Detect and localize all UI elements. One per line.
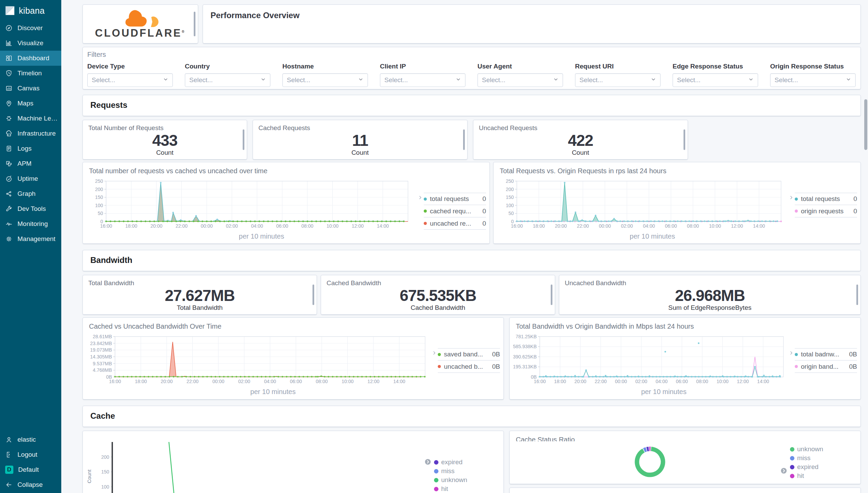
chart-title: Cache Status Ratio: [510, 431, 860, 441]
chart-legend: total requests0origin requests0: [788, 175, 860, 243]
legend-value: 0: [482, 195, 486, 203]
edge-response-status-select[interactable]: Select...: [673, 73, 758, 87]
total-vs-origin-bandwidth-chart[interactable]: 16:0018:0020:0022:0000:0002:0004:0006:00…: [513, 334, 788, 387]
panel-drag-handle[interactable]: [312, 285, 314, 305]
cached-vs-uncached-bandwidth-chart[interactable]: 16:0018:0020:0022:0000:0002:0004:0006:00…: [86, 334, 431, 387]
legend-item-expired[interactable]: expired: [790, 463, 860, 471]
country-select[interactable]: Select...: [185, 73, 270, 87]
panel-drag-handle[interactable]: [194, 12, 195, 36]
legend-item-uncached-b[interactable]: uncached b...0B: [438, 361, 500, 373]
sidebar-item-graph[interactable]: Graph: [0, 186, 61, 201]
x-axis-label: per 10 minutes: [497, 232, 788, 240]
svg-text:00:00: 00:00: [212, 379, 224, 384]
sidebar-item-elastic[interactable]: elastic: [0, 432, 61, 447]
panel-drag-handle[interactable]: [856, 285, 858, 305]
cache-status-over-time-chart[interactable]: 200150100500: [95, 439, 434, 493]
origin-response-status-select[interactable]: Select...: [770, 73, 856, 87]
user-icon: [5, 436, 13, 443]
sidebar-item-infrastructure[interactable]: Infrastructure: [0, 126, 61, 141]
legend-item-hit[interactable]: hit: [434, 484, 503, 493]
legend-item-miss[interactable]: miss: [434, 467, 503, 476]
sidebar-item-dashboard[interactable]: Dashboard: [0, 51, 61, 66]
legend-item-cached-requ[interactable]: cached requ...0: [424, 205, 486, 217]
legend-expand-icon[interactable]: [780, 467, 787, 474]
sidebar-item-canvas[interactable]: Canvas: [0, 81, 61, 96]
cache-status-ratio-chart[interactable]: [629, 441, 671, 484]
sidebar: kibana DiscoverVisualizeDashboardTimelio…: [0, 0, 61, 493]
legend-item-saved-band[interactable]: saved band...0B: [438, 348, 500, 361]
sidebar-item-apm[interactable]: APM: [0, 156, 61, 171]
chevron-down-icon: [748, 76, 754, 84]
panel-drag-handle[interactable]: [551, 285, 552, 305]
panel-drag-handle[interactable]: [463, 129, 465, 150]
sidebar-item-maps[interactable]: Maps: [0, 96, 61, 111]
filter-label: Edge Response Status: [673, 63, 758, 70]
sidebar-item-label: Dev Tools: [17, 205, 46, 213]
svg-text:150: 150: [101, 469, 110, 475]
compass-icon: [5, 24, 13, 32]
svg-text:22:00: 22:00: [176, 223, 188, 229]
total-vs-origin-bandwidth-svg: 16:0018:0020:0022:0000:0002:0004:0006:00…: [513, 334, 787, 386]
legend-item-total-requests[interactable]: total requests0: [795, 193, 857, 205]
legend-item-expired[interactable]: expired: [434, 458, 503, 467]
scrollbar-thumb[interactable]: [864, 99, 867, 150]
legend-item-origin-band[interactable]: origin band...0B: [795, 361, 857, 373]
filter-edge-response-status: Edge Response StatusSelect...: [673, 63, 758, 87]
sidebar-item-collapse[interactable]: Collapse: [0, 477, 61, 492]
sidebar-item-logout[interactable]: Logout: [0, 447, 61, 462]
svg-text:18:00: 18:00: [135, 379, 147, 384]
panel-drag-handle[interactable]: [243, 129, 244, 150]
sidebar-item-dev-tools[interactable]: Dev Tools: [0, 201, 61, 216]
sidebar-item-machine-le[interactable]: Machine Le…: [0, 111, 61, 126]
hostname-select[interactable]: Select...: [282, 73, 368, 87]
legend-label: expired: [441, 458, 462, 466]
sidebar-item-uptime[interactable]: Uptime: [0, 171, 61, 186]
metric-unit: Count: [479, 149, 682, 156]
svg-text:28.61MB: 28.61MB: [93, 334, 112, 339]
sidebar-item-default[interactable]: DDefault: [0, 462, 61, 477]
select-placeholder: Select...: [384, 76, 456, 84]
svg-text:19.073MB: 19.073MB: [90, 347, 112, 353]
sidebar-item-timelion[interactable]: Timelion: [0, 66, 61, 81]
devtools-icon: [5, 205, 13, 213]
user-agent-select[interactable]: Select...: [477, 73, 563, 87]
requests-section-title: Requests: [90, 100, 853, 110]
legend-label: origin requests: [801, 207, 853, 215]
sidebar-item-discover[interactable]: Discover: [0, 21, 61, 36]
request-uri-select[interactable]: Select...: [575, 73, 661, 87]
legend-item-unknown[interactable]: unknown: [434, 476, 503, 484]
svg-text:22:00: 22:00: [187, 379, 199, 384]
chart-title: Total Requests vs. Origin Requests in rp…: [494, 162, 860, 175]
sidebar-item-monitoring[interactable]: Monitoring: [0, 216, 61, 231]
sidebar-item-management[interactable]: Management: [0, 231, 61, 246]
legend-item-origin-requests[interactable]: origin requests0: [795, 205, 857, 217]
legend-item-unknown[interactable]: unknown: [790, 445, 860, 454]
legend-item-miss[interactable]: miss: [790, 454, 860, 463]
panel-drag-handle[interactable]: [684, 129, 685, 150]
legend-swatch: [434, 487, 438, 491]
chart-legend: expiredmissunknownhitrevalidated: [434, 436, 503, 493]
legend-item-hit[interactable]: hit: [790, 471, 860, 480]
page-scrollbar[interactable]: [864, 0, 868, 493]
legend-label: origin band...: [801, 363, 849, 370]
cache-status-over-time-svg: 200150100500: [95, 439, 434, 493]
kibana-logo[interactable]: kibana: [0, 0, 61, 21]
svg-text:14:00: 14:00: [753, 223, 765, 229]
device-type-select[interactable]: Select...: [87, 73, 173, 87]
sidebar-item-logs[interactable]: Logs: [0, 141, 61, 156]
legend-expand-icon[interactable]: [424, 458, 431, 465]
legend-item-total-requests[interactable]: total requests0: [424, 193, 486, 205]
legend-swatch: [424, 222, 427, 225]
svg-text:04:00: 04:00: [643, 223, 655, 229]
svg-text:06:00: 06:00: [276, 223, 288, 229]
sidebar-item-visualize[interactable]: Visualize: [0, 36, 61, 51]
svg-text:100: 100: [506, 203, 514, 208]
requests-over-time-chart[interactable]: 16:0018:0020:0022:0000:0002:0004:0006:00…: [86, 178, 417, 232]
svg-text:00:00: 00:00: [615, 379, 627, 384]
total-vs-origin-rps-chart[interactable]: 16:0018:0020:0022:0000:0002:0004:0006:00…: [497, 178, 788, 232]
filter-label: Country: [185, 63, 270, 70]
client-ip-select[interactable]: Select...: [380, 73, 465, 87]
legend-value: 0: [482, 207, 486, 215]
legend-item-uncached-re[interactable]: uncached re...0: [424, 217, 486, 230]
legend-item-total-badnw[interactable]: total badnw...0B: [795, 348, 857, 361]
